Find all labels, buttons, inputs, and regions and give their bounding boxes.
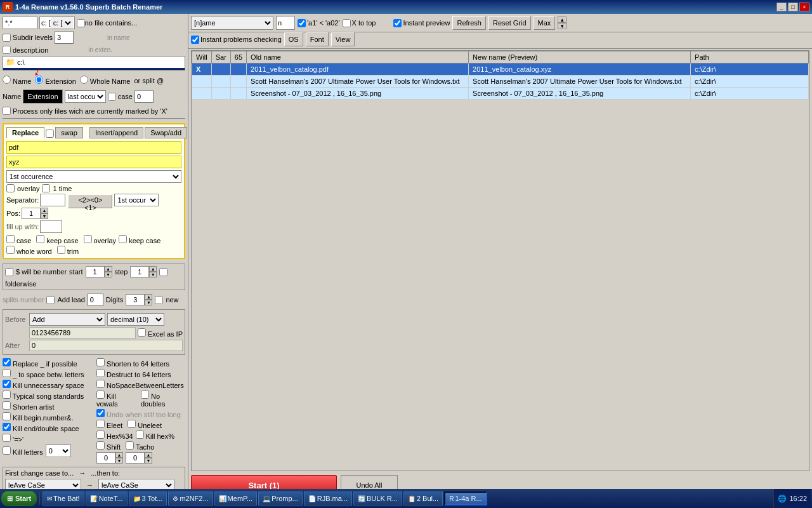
folderwise-checkbox[interactable] xyxy=(159,268,167,276)
folder-tree[interactable]: 📁 c:\ 📁 Zdir xyxy=(3,56,185,70)
whole-radio-label[interactable]: Whole Name xyxy=(80,76,131,85)
step-up[interactable]: ▲ xyxy=(149,266,157,272)
os-button[interactable]: OS xyxy=(284,32,303,46)
spin1-down[interactable]: ▼ xyxy=(115,458,123,464)
excel-label[interactable]: Excel as IP xyxy=(138,328,183,338)
step-down[interactable]: ▼ xyxy=(149,272,157,277)
add-lead-value[interactable] xyxy=(88,293,103,306)
no-doubles-label[interactable]: No doubles xyxy=(141,391,185,408)
instant-problems-checkbox[interactable] xyxy=(191,36,199,44)
col-old-name[interactable]: Old name xyxy=(247,51,469,64)
insert-keep-case-check[interactable] xyxy=(119,235,127,243)
replace-from-input[interactable] xyxy=(6,141,181,154)
replace-to-input[interactable] xyxy=(6,156,181,168)
taskbar-1-4a[interactable]: R 1-4a R... xyxy=(444,491,487,505)
keep-case-label[interactable]: keep case xyxy=(36,235,78,244)
no-file-checkbox[interactable] xyxy=(77,19,85,27)
overlay-checkbox[interactable] xyxy=(6,184,15,192)
pos-input[interactable] xyxy=(22,208,41,219)
taskbar-bulk[interactable]: 🔄 BULK R... xyxy=(353,491,402,505)
insert-overlay-label[interactable]: overlay xyxy=(84,235,117,244)
case-value-input[interactable] xyxy=(134,90,154,103)
tacho-label[interactable]: Tacho xyxy=(126,441,154,451)
process-checkbox[interactable] xyxy=(3,107,11,115)
number-checkbox[interactable] xyxy=(5,268,13,276)
kill-hex-label[interactable]: Kill hex% xyxy=(136,431,174,440)
case-check[interactable] xyxy=(6,235,15,243)
shift-check[interactable] xyxy=(96,441,105,450)
refresh-button[interactable]: Refresh xyxy=(452,16,486,30)
swap-tab[interactable]: swap xyxy=(55,127,83,138)
trim-check[interactable] xyxy=(57,246,65,254)
eleet-check[interactable] xyxy=(96,420,105,428)
table-row[interactable]: X2011_velbon_catalog.pdf2011_velbon_cata… xyxy=(192,64,809,76)
pos-down-btn[interactable]: ▼ xyxy=(41,213,48,219)
shorten-64-label[interactable]: Shorten to 64 letters xyxy=(96,358,185,368)
a01-checkbox[interactable] xyxy=(298,19,306,27)
after-input[interactable] xyxy=(29,340,183,351)
x-to-top-label[interactable]: X to top xyxy=(343,19,376,27)
digits-input[interactable] xyxy=(126,294,145,305)
col-65[interactable]: 65 xyxy=(230,51,246,64)
filter-input[interactable] xyxy=(3,17,37,29)
minimize-button[interactable]: _ xyxy=(776,3,787,11)
spin2-input[interactable] xyxy=(126,452,145,464)
scroll-down-btn[interactable]: ▼ xyxy=(558,23,566,29)
swap-checkbox[interactable] xyxy=(46,129,54,138)
taskbar-memp[interactable]: 📊 MemP... xyxy=(214,491,258,505)
name-combo[interactable]: [n]ame xyxy=(191,16,273,30)
no-doubles-check[interactable] xyxy=(141,391,149,399)
table-row[interactable]: Screenshot - 07_03_2012 , 16_16_35.pngSc… xyxy=(192,88,809,100)
undo-still-check[interactable] xyxy=(96,409,105,417)
x-mark[interactable] xyxy=(192,76,212,88)
add-type-select[interactable]: Add xyxy=(29,313,105,326)
hex34-label[interactable]: Hex%34 xyxy=(96,431,133,440)
new-checkbox[interactable] xyxy=(155,296,163,304)
replace-tab[interactable]: Replace xyxy=(6,127,44,138)
preview-table-container[interactable]: Will Sar 65 Old name New name (Preview) … xyxy=(191,50,809,471)
destruct-64-label[interactable]: Destruct to 64 letters xyxy=(96,369,185,378)
swapadd-tab[interactable]: Swap/add xyxy=(145,127,187,138)
tree-item-c[interactable]: 📁 c:\ xyxy=(3,57,185,68)
uneleet-label[interactable]: Uneleet xyxy=(128,420,162,429)
whole-word-check[interactable] xyxy=(6,246,15,254)
undo-still-label[interactable]: Undo when still too long xyxy=(96,409,185,418)
keep-case-check[interactable] xyxy=(36,235,44,243)
taskbar-promp[interactable]: 💻 Promp... xyxy=(258,491,303,505)
kill-unnecessary-check[interactable] xyxy=(3,380,11,388)
taskbar-thebat[interactable]: ✉ The Bat! xyxy=(43,491,84,505)
underscore-space-check[interactable] xyxy=(3,369,11,377)
subdir-checkbox[interactable] xyxy=(3,34,11,42)
ext-radio-label[interactable]: Extension xyxy=(35,76,75,85)
fill-input[interactable] xyxy=(40,220,62,233)
last-occ-select[interactable]: last occu xyxy=(65,90,106,103)
uneleet-check[interactable] xyxy=(128,420,136,428)
arrow-label[interactable]: '=>' xyxy=(3,434,91,443)
insert-tab[interactable]: Insert/append xyxy=(89,127,143,138)
name-radio-label[interactable]: Name xyxy=(3,76,31,85)
insert-overlay-check[interactable] xyxy=(84,235,92,243)
subdir-levels-input[interactable] xyxy=(55,31,74,44)
case-check-label[interactable]: case xyxy=(6,235,31,244)
col-path[interactable]: Path xyxy=(691,51,809,64)
taskbar-note[interactable]: 📝 NoteT... xyxy=(86,491,128,505)
description-checkbox[interactable] xyxy=(3,46,11,54)
typical-song-check[interactable] xyxy=(3,391,11,399)
x-mark[interactable]: X xyxy=(192,64,212,76)
view-button[interactable]: View xyxy=(331,32,355,46)
digits-up[interactable]: ▲ xyxy=(145,294,152,300)
separator-input[interactable] xyxy=(40,194,65,206)
hex34-check[interactable] xyxy=(96,431,105,439)
col-will[interactable]: Will xyxy=(192,51,212,64)
digits-down[interactable]: ▼ xyxy=(145,300,152,305)
taskbar-m2nf[interactable]: ⚙ m2NF2... xyxy=(168,491,213,505)
max-button[interactable]: Max xyxy=(534,16,556,30)
name-value-input[interactable] xyxy=(276,16,295,30)
spin1-input[interactable] xyxy=(96,452,115,464)
name-radio[interactable] xyxy=(3,76,11,84)
taskbar-2bul[interactable]: 📋 2 Bul... xyxy=(403,491,443,505)
kill-end-double-check[interactable] xyxy=(3,423,11,431)
shift-label[interactable]: Shift xyxy=(96,441,121,451)
no-space-label[interactable]: NoSpaceBetweenLetters xyxy=(96,380,185,389)
taskbar-rjb[interactable]: 📄 RJB.ma... xyxy=(304,491,352,505)
